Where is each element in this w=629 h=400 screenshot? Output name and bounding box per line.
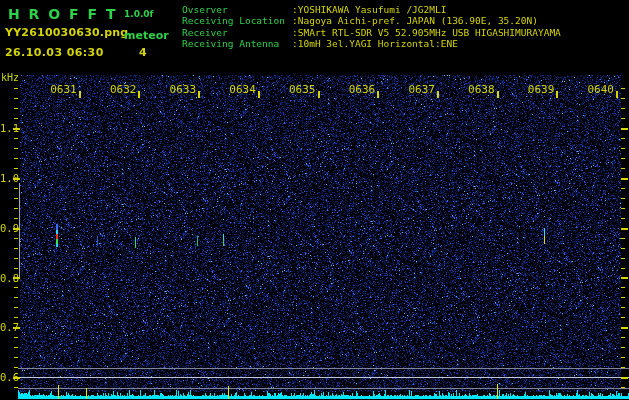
station-info-row: Receiving Location:Nagoya Aichi-pref. JA… (182, 15, 561, 26)
station-info-value: :SMArt RTL-SDR V5 52.905MHz USB HIGASHIM… (292, 27, 561, 38)
time-tick-label: 0635 (286, 83, 316, 96)
spectrogram-canvas (0, 0, 629, 400)
station-info-value: :YOSHIKAWA Yasufumi /JG2MLI (292, 4, 446, 15)
app-title: H R O F F T (8, 6, 117, 22)
time-tick-label: 0633 (166, 83, 196, 96)
mode-label: meteor (124, 29, 169, 42)
station-info-value: :Nagoya Aichi-pref. JAPAN (136.90E, 35.2… (292, 15, 538, 26)
station-info-row: Receiver:SMArt RTL-SDR V5 52.905MHz USB … (182, 27, 561, 38)
hrofft-screen: H R O F F T 1.0.0f YY2610030630.png mete… (0, 0, 629, 400)
station-info-value: :10mH 3el.YAGI Horizontal:ENE (292, 38, 458, 49)
freq-axis-unit-label: kHz (1, 72, 19, 83)
freq-tick-label: 1.0 (0, 172, 13, 184)
time-tick-label: 0638 (465, 83, 495, 96)
freq-tick-label: 0.6 (0, 371, 13, 383)
station-info-label: Receiving Location (182, 15, 292, 26)
station-info-block: Ovserver:YOSHIKAWA Yasufumi /JG2MLIRecei… (182, 4, 561, 49)
time-tick-label: 0631 (47, 83, 77, 96)
time-tick-label: 0640 (584, 83, 614, 96)
app-version: 1.0.0f (124, 9, 154, 19)
station-info-label: Receiving Antenna (182, 38, 292, 49)
time-tick-label: 0636 (345, 83, 375, 96)
station-info-row: Receiving Antenna:10mH 3el.YAGI Horizont… (182, 38, 561, 49)
station-info-label: Receiver (182, 27, 292, 38)
freq-tick-label: 0.8 (0, 272, 13, 284)
station-info-row: Ovserver:YOSHIKAWA Yasufumi /JG2MLI (182, 4, 561, 15)
freq-tick-label: 0.9 (0, 222, 13, 234)
output-filename: YY2610030630.png (5, 26, 128, 39)
time-tick-label: 0637 (405, 83, 435, 96)
station-info-label: Ovserver (182, 4, 292, 15)
freq-tick-label: 0.7 (0, 321, 13, 333)
freq-tick-label: 1.1 (0, 122, 13, 134)
time-tick-label: 0639 (524, 83, 554, 96)
meteor-count: 4 (139, 46, 147, 59)
observation-datetime: 26.10.03 06:30 (5, 46, 104, 59)
time-tick-label: 0632 (106, 83, 136, 96)
time-tick-label: 0634 (226, 83, 256, 96)
